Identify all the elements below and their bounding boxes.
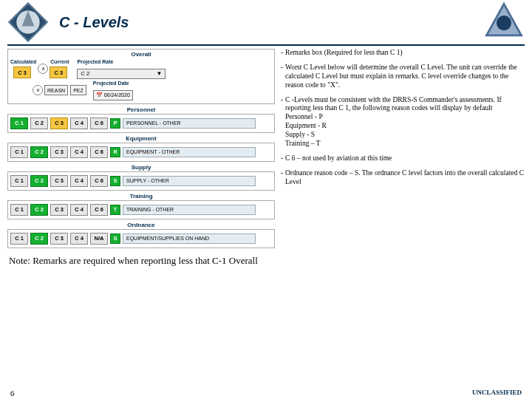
- c-cell[interactable]: C 2: [30, 146, 48, 158]
- reason-text: TRAINING - OTHER: [123, 205, 256, 215]
- bullet-text: Ordnance reason code – S. The ordnance C…: [285, 169, 525, 187]
- c-cell[interactable]: C 4: [70, 175, 88, 187]
- left-column: Overall Calculated C 3 ∧ Current C 3 Pro…: [7, 49, 275, 250]
- section-equipment-title: Equipment: [7, 135, 275, 142]
- c-cell[interactable]: C 1: [10, 117, 28, 129]
- pez-button[interactable]: PEZ: [70, 85, 86, 95]
- svg-point-4: [497, 16, 511, 30]
- projected-rate-dropdown[interactable]: C 2 ▼: [77, 69, 166, 79]
- bullet-1: -Remarks box (Required for less than C 1…: [281, 49, 525, 58]
- projected-date-value: 06/24/2020: [104, 92, 130, 98]
- seal-left-icon: [7, 1, 49, 43]
- section-personnel-title: Personnel: [7, 106, 275, 113]
- c-cell[interactable]: C 6: [90, 117, 108, 129]
- reason-code: S: [110, 233, 120, 244]
- panel-overall: Overall Calculated C 3 ∧ Current C 3 Pro…: [7, 49, 275, 104]
- c-cell[interactable]: C 1: [10, 233, 28, 245]
- c-cell[interactable]: C 3: [50, 233, 68, 245]
- bullet-5: -Ordnance reason code – S. The ordnance …: [281, 169, 525, 187]
- bullet-text: Worst C Level below will determine the o…: [285, 64, 525, 90]
- c-cell[interactable]: C 6: [90, 175, 108, 187]
- calendar-icon: 📅: [96, 92, 103, 98]
- reason-button[interactable]: REASN: [44, 85, 68, 95]
- panel-personnel: C 1 C 2 C 3 C 4 C 6 P PERSONNEL - OTHER: [7, 114, 275, 133]
- c-cell[interactable]: C 2: [30, 204, 48, 216]
- reason-code: S: [110, 176, 120, 186]
- overall-calculated: C 3: [13, 66, 31, 78]
- panel-training: C 1 C 2 C 3 C 4 C 6 T TRAINING - OTHER: [7, 200, 275, 219]
- page-number: 6: [10, 389, 15, 398]
- c-cell[interactable]: C 3: [50, 204, 68, 216]
- panel-ordnance: C 1 C 2 C 3 C 4 N/A S EQUIPMENT/SUPPLIES…: [7, 229, 275, 248]
- panel-equipment: C 1 C 2 C 3 C 4 C 6 R EQUIPMENT - OTHER: [7, 143, 275, 162]
- header: C - Levels: [0, 0, 532, 44]
- overall-current: C 3: [50, 66, 67, 78]
- c-cell[interactable]: C 1: [10, 146, 28, 158]
- c-cell[interactable]: C 1: [10, 204, 28, 216]
- c-cell[interactable]: C 4: [70, 204, 88, 216]
- reason-text: EQUIPMENT - OTHER: [123, 147, 256, 157]
- chevron-down-icon: ▼: [156, 70, 162, 77]
- bullet-3: - C -Levels must be consistent with the …: [281, 96, 525, 149]
- current-label: Current: [50, 59, 69, 64]
- bullet-4: -C 6 – not used by aviation at this time: [281, 154, 525, 163]
- right-column: -Remarks box (Required for less than C 1…: [275, 49, 525, 250]
- projected-rate-label: Projected Rate: [77, 59, 166, 64]
- note-text: Note: Remarks are required when reportin…: [0, 250, 532, 271]
- c-cell[interactable]: C 3: [50, 146, 68, 158]
- bullet-text: C 6 – not used by aviation at this time: [285, 154, 525, 163]
- arrow-down-icon[interactable]: ∨: [33, 85, 43, 95]
- c-cell[interactable]: C 6: [90, 146, 108, 158]
- reason-code: R: [110, 147, 120, 157]
- footer: 6 UNCLASSIFIED: [0, 389, 532, 398]
- c-cell[interactable]: C 4: [70, 146, 88, 158]
- c-cell[interactable]: C 6: [90, 204, 108, 216]
- reason-code: P: [110, 118, 120, 129]
- section-training-title: Training: [7, 193, 275, 200]
- bullet-2: -Worst C Level below will determine the …: [281, 64, 525, 90]
- reason-text: PERSONNEL - OTHER: [123, 118, 256, 129]
- c-cell[interactable]: C 4: [70, 233, 88, 245]
- c-cell[interactable]: C 3: [50, 117, 68, 129]
- c-cell[interactable]: C 1: [10, 175, 28, 187]
- reason-text: SUPPLY - OTHER: [123, 176, 256, 186]
- c-cell[interactable]: C 2: [30, 175, 48, 187]
- c-cell[interactable]: C 2: [30, 117, 48, 129]
- calculated-label: Calculated: [10, 59, 36, 64]
- c-cell[interactable]: C 3: [50, 175, 68, 187]
- panel-supply: C 1 C 2 C 3 C 4 C 6 S SUPPLY - OTHER: [7, 171, 275, 191]
- panel-overall-title: Overall: [10, 51, 272, 58]
- c-cell[interactable]: C 4: [70, 117, 88, 129]
- reason-text: EQUIPMENT/SUPPLIES ON HAND: [123, 233, 256, 244]
- c-cell[interactable]: N/A: [90, 233, 108, 245]
- projected-rate-value: C 2: [81, 70, 89, 77]
- arrow-up-icon[interactable]: ∧: [38, 64, 48, 74]
- section-ordnance-title: Ordnance: [7, 222, 275, 228]
- c-cell[interactable]: C 2: [30, 233, 48, 245]
- projected-date-label: Projected Date: [93, 81, 135, 86]
- page-title: C - Levels: [59, 14, 129, 31]
- reason-code: T: [110, 205, 120, 215]
- section-supply-title: Supply: [7, 164, 275, 171]
- seal-right-icon: [483, 1, 525, 43]
- bullet-text: Remarks box (Required for less than C 1): [285, 49, 525, 58]
- classification: UNCLASSIFIED: [472, 389, 522, 398]
- bullet-text: C -Levels must be consistent with the DR…: [285, 96, 525, 149]
